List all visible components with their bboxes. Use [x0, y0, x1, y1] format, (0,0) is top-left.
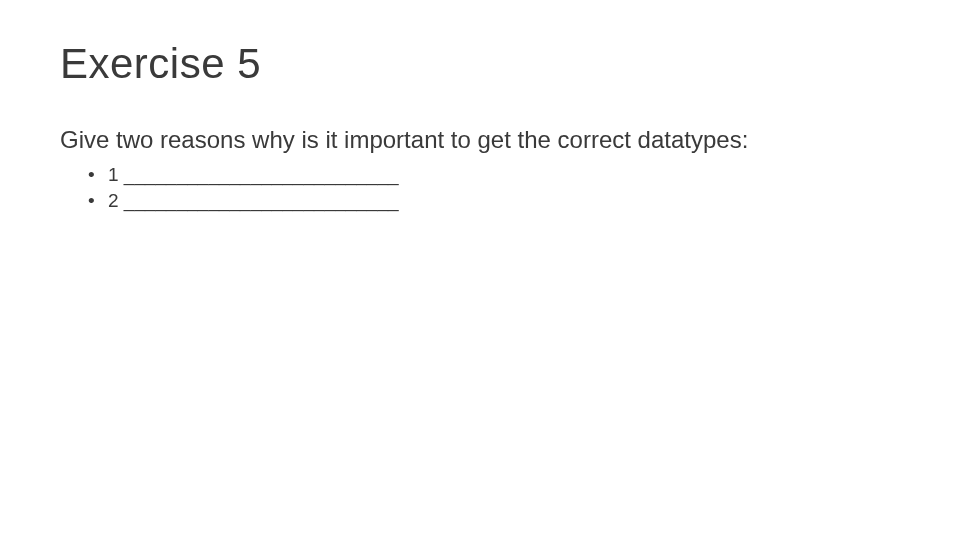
exercise-prompt: Give two reasons why is it important to … [60, 126, 900, 154]
slide-title: Exercise 5 [60, 40, 900, 88]
list-item: 1 __________________________ [108, 162, 900, 188]
list-item: 2 __________________________ [108, 188, 900, 214]
answer-list: 1 __________________________ 2 _________… [60, 162, 900, 213]
